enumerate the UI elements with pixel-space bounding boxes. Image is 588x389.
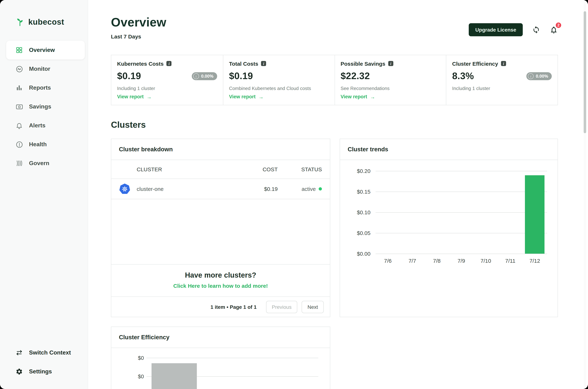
grid-icon: [15, 46, 23, 54]
topbar: Overview Last 7 Days Upgrade License 2: [111, 16, 558, 39]
sidebar-item-label: Health: [29, 141, 47, 148]
stat-value: 8.3%: [452, 70, 474, 82]
panel-title: Cluster breakdown: [111, 139, 330, 160]
stat-kubernetes-costs: Kubernetes Costs i $0.19 ↓ 0.00% Includi…: [111, 55, 223, 105]
add-clusters-link[interactable]: Click Here to learn how to add more!: [173, 283, 268, 289]
info-icon[interactable]: i: [167, 61, 172, 66]
sidebar-footer: Switch Context Settings: [6, 343, 85, 381]
sidebar-item-alerts[interactable]: Alerts: [6, 116, 85, 135]
view-report-link[interactable]: View report →: [229, 94, 264, 100]
arrow-right-icon: →: [370, 94, 375, 100]
x-tick-label: 7/8: [424, 258, 449, 264]
delta-value: 0.00%: [201, 73, 213, 79]
settings-label: Settings: [29, 368, 52, 375]
trend-bar: [525, 175, 544, 254]
arrow-right-icon: →: [258, 94, 264, 100]
stat-subtext: Including 1 cluster: [452, 85, 552, 91]
govern-lines-icon: [15, 159, 23, 167]
scrollbar-thumb[interactable]: [584, 11, 586, 133]
trends-chart: $0.20$0.15$0.10$0.05$0.00 7/67/77/87/97/…: [340, 171, 558, 264]
refresh-icon[interactable]: [532, 26, 540, 34]
y-tick-label: $0.15: [357, 189, 370, 195]
column-header-status: STATUS: [278, 166, 322, 172]
sidebar-item-label: Savings: [29, 103, 51, 110]
stat-title: Possible Savings: [340, 61, 385, 66]
notifications-bell-icon[interactable]: 2: [550, 26, 558, 34]
upgrade-license-button[interactable]: Upgrade License: [469, 23, 523, 36]
stat-total-costs: Total Costs i $0.19 Combined Kubernetes …: [223, 55, 335, 105]
y-tick-label: $0.00: [357, 251, 370, 257]
stat-title: Kubernetes Costs: [117, 61, 164, 66]
sidebar-item-monitor[interactable]: Monitor: [6, 60, 85, 78]
sidebar-item-label: Reports: [29, 85, 51, 91]
x-tick-label: 7/10: [474, 258, 498, 264]
efficiency-gridline: [146, 358, 318, 358]
sidebar-item-savings[interactable]: Savings: [6, 97, 85, 116]
kubecost-logo-icon: [15, 17, 25, 27]
stats-row: Kubernetes Costs i $0.19 ↓ 0.00% Includi…: [111, 55, 558, 105]
sidebar-item-label: Monitor: [29, 66, 50, 72]
date-range-label: Last 7 Days: [111, 33, 167, 39]
notifications-badge: 2: [555, 22, 562, 29]
view-report-label: View report: [340, 94, 367, 99]
y-tick-label: $0.10: [357, 209, 370, 215]
stat-possible-savings: Possible Savings i $22.32 See Recommenda…: [335, 55, 446, 105]
cluster-efficiency-panel: Cluster Efficiency $0 $0: [111, 326, 330, 389]
gridline: [376, 254, 547, 254]
sidebar-item-label: Overview: [29, 47, 55, 53]
next-page-button[interactable]: Next: [302, 301, 324, 313]
stat-subtext: Including 1 cluster: [117, 85, 217, 91]
x-tick-label: 7/9: [449, 258, 474, 264]
clusters-panels: Cluster breakdown CLUSTER COST STATUS: [111, 139, 558, 317]
panel-title: Cluster Efficiency: [111, 327, 330, 348]
column-header-cluster: CLUSTER: [137, 166, 238, 172]
view-report-link[interactable]: View report →: [340, 94, 375, 100]
view-report-link[interactable]: View report →: [117, 94, 152, 100]
y-tick-label: $0.05: [357, 230, 370, 236]
top-actions: Upgrade License 2: [469, 20, 558, 39]
main-content: Overview Last 7 Days Upgrade License 2: [88, 0, 588, 389]
cash-icon: [15, 103, 23, 111]
sidebar-item-label: Govern: [29, 160, 49, 166]
cluster-status-cell: active: [278, 186, 322, 192]
arrow-right-icon: →: [147, 94, 152, 100]
info-icon[interactable]: i: [388, 61, 393, 66]
info-icon[interactable]: i: [501, 61, 506, 66]
gear-icon: [15, 368, 23, 376]
sidebar-item-overview[interactable]: Overview: [6, 41, 85, 60]
cluster-breakdown-panel: Cluster breakdown CLUSTER COST STATUS: [111, 139, 330, 317]
sidebar-item-govern[interactable]: Govern: [6, 154, 85, 173]
clusters-heading: Clusters: [111, 120, 558, 130]
previous-page-button[interactable]: Previous: [266, 301, 297, 313]
x-tick-label: 7/7: [400, 258, 424, 264]
sidebar-item-label: Alerts: [29, 122, 46, 129]
scrollbar[interactable]: [584, 0, 586, 389]
switch-context-button[interactable]: Switch Context: [6, 343, 85, 362]
kubernetes-icon: [119, 183, 130, 194]
status-active-dot: [319, 187, 322, 191]
more-clusters-heading: Have more clusters?: [111, 271, 330, 279]
trends-x-axis: 7/67/77/87/97/107/117/12: [376, 258, 547, 264]
y-tick-label: $0.20: [357, 168, 370, 174]
view-report-label: View report: [117, 94, 144, 99]
down-arrow-icon: ↓: [528, 73, 534, 79]
info-icon[interactable]: i: [261, 61, 266, 66]
efficiency-y-tick-label: $0: [128, 373, 144, 379]
brand-name: kubecost: [28, 17, 64, 27]
delta-pill: ↓ 0.00%: [526, 72, 552, 80]
settings-button[interactable]: Settings: [6, 362, 85, 381]
app-window: kubecost Overview Monitor: [0, 0, 588, 389]
alert-circle-icon: [15, 140, 23, 148]
stat-title: Cluster Efficiency: [452, 61, 498, 66]
switch-arrows-icon: [15, 349, 23, 357]
sidebar-item-reports[interactable]: Reports: [6, 78, 85, 97]
switch-context-label: Switch Context: [29, 350, 71, 356]
x-tick-label: 7/6: [376, 258, 400, 264]
column-header-cost: COST: [238, 166, 278, 172]
table-row[interactable]: cluster-one $0.19 active: [111, 179, 330, 199]
sidebar-item-health[interactable]: Health: [6, 135, 85, 154]
x-tick-label: 7/12: [523, 258, 547, 264]
brand-logo[interactable]: kubecost: [0, 0, 88, 27]
trends-plot: $0.20$0.15$0.10$0.05$0.00: [376, 171, 547, 254]
gridline: [376, 212, 547, 213]
